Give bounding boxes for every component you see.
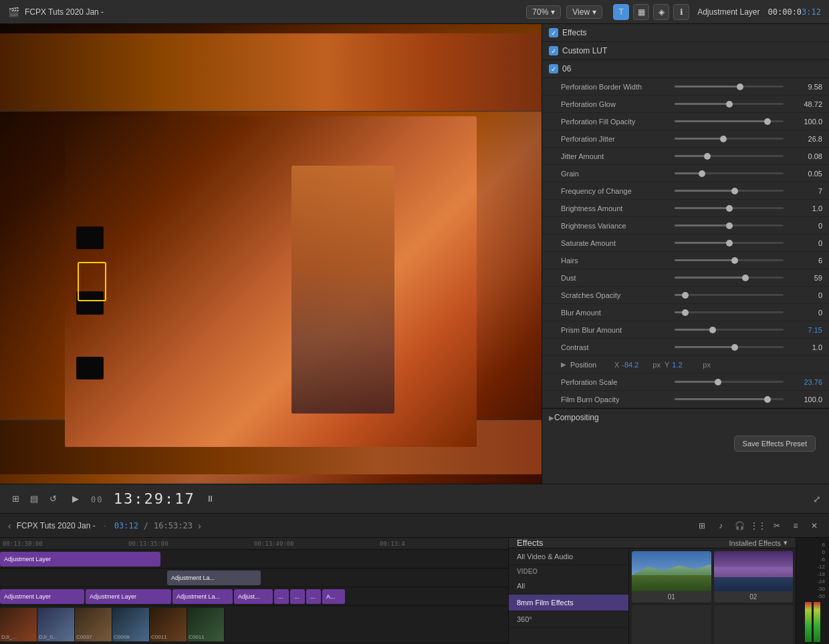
thumb-dji2[interactable]: DJI_0...: [37, 608, 75, 641]
param-slider-13[interactable]: [675, 311, 784, 313]
timeline-icon[interactable]: ▤: [27, 492, 41, 506]
project-title: FCPX Tuts 2020 Jan -: [25, 7, 104, 17]
effect-thumb-04[interactable]: 04: [714, 605, 794, 644]
lut-number-checkbox[interactable]: ✓: [549, 64, 558, 73]
perforation-scale-row: Perforation Scale 23.76: [542, 373, 829, 391]
info-inspector-icon[interactable]: ℹ: [673, 4, 689, 20]
timeline-current-time: 03:12: [114, 521, 138, 530]
layout-icon[interactable]: ⊞: [8, 492, 23, 506]
param-value-0: 9.58: [790, 83, 822, 91]
effects-categories: All Video & Audio VIDEO All 8mm Film Eff…: [509, 548, 629, 644]
zoom-button[interactable]: 70% ▾: [526, 5, 561, 19]
param-slider-15[interactable]: [675, 346, 784, 348]
clip-al-3-7[interactable]: ...: [306, 589, 321, 604]
film-background: [0, 24, 542, 484]
clip-appearance-icon[interactable]: ⊞: [695, 519, 709, 532]
custom-lut-checkbox[interactable]: ✓: [549, 46, 558, 55]
thumb-c0008[interactable]: C0008: [112, 608, 150, 641]
close-timeline-icon[interactable]: ✕: [808, 519, 821, 532]
param-slider-11[interactable]: [675, 277, 784, 279]
timeline-next-arrow[interactable]: ›: [198, 520, 201, 531]
clip-adjustment-la[interactable]: Adjustment La...: [167, 571, 261, 585]
view-options-icon[interactable]: ⋮⋮: [751, 519, 765, 532]
thumb-dji1[interactable]: DJI_...: [0, 608, 37, 641]
meter-label-neg12: -12: [800, 564, 825, 570]
clip-adjustment-layer-1[interactable]: Adjustment Layer: [0, 552, 160, 567]
cat-8mm-film[interactable]: 8mm Film Effects: [509, 595, 628, 611]
clip-al-3-4[interactable]: Adjust...: [234, 589, 273, 604]
audio-meter: 6 0 -6 -12 -18 -24 -30 -50 L R: [796, 538, 829, 644]
color-inspector-icon[interactable]: ◈: [653, 4, 669, 20]
clip-al-3-1[interactable]: Adjustment Layer: [0, 589, 84, 604]
param-slider-5[interactable]: [675, 172, 784, 174]
blade-icon[interactable]: ✂: [770, 519, 784, 532]
film-burn-slider[interactable]: [675, 398, 784, 400]
param-slider-4[interactable]: [675, 155, 784, 157]
clip-al-3-3[interactable]: Adjustment La...: [172, 589, 233, 604]
effects-checkbox[interactable]: ✓: [549, 28, 558, 37]
index-icon[interactable]: ≡: [789, 519, 802, 532]
param-slider-0[interactable]: [675, 86, 784, 88]
perf-hole-1: [76, 226, 104, 249]
position-expand-icon[interactable]: ▶: [561, 361, 566, 368]
timeline-prev-arrow[interactable]: ‹: [8, 520, 11, 531]
param-slider-7[interactable]: [675, 207, 784, 209]
film-perforations: [74, 198, 106, 407]
effect-thumb-01[interactable]: 01: [632, 551, 711, 603]
video-inspector-icon[interactable]: ▦: [633, 4, 649, 20]
headphones-icon[interactable]: 🎧: [733, 519, 746, 532]
param-slider-2[interactable]: [675, 120, 784, 122]
meter-label-neg24: -24: [800, 579, 825, 585]
param-value-6: 7: [790, 187, 822, 195]
param-label-12: Scratches Opacity: [561, 291, 668, 299]
param-slider-1[interactable]: [675, 103, 784, 105]
thumb-c0011-2[interactable]: C0011: [187, 608, 225, 641]
playback-bar: ⊞ ▤ ↺ ▶ 00 13:29:17 ⏸ ⤢: [0, 484, 829, 514]
perf-scale-slider[interactable]: [675, 381, 784, 383]
param-value-4: 0.08: [790, 152, 822, 160]
param-slider-14[interactable]: [675, 329, 784, 331]
cat-360[interactable]: 360°: [509, 611, 628, 628]
view-button[interactable]: View ▾: [566, 5, 602, 19]
param-slider-6[interactable]: [675, 190, 784, 192]
param-slider-12[interactable]: [675, 294, 784, 296]
param-row-6: Frequency of Change 7: [542, 182, 829, 200]
lut-number: 06: [562, 64, 571, 73]
param-slider-10[interactable]: [675, 259, 784, 261]
param-row-15: Contrast 1.0: [542, 339, 829, 356]
speed-icon[interactable]: ↺: [45, 492, 60, 506]
top-bar: 🎬 FCPX Tuts 2020 Jan - 70% ▾ View ▾ T ▦ …: [0, 0, 829, 24]
save-preset-button[interactable]: Save Effects Preset: [734, 436, 816, 452]
perf-scale-value: 23.76: [790, 378, 822, 386]
clip-al-3-5[interactable]: ...: [274, 589, 289, 604]
pause-button[interactable]: ⏸: [203, 492, 218, 506]
effect-thumb-02[interactable]: 02: [714, 551, 794, 603]
param-row-14: Prism Blur Amount 7.15: [542, 321, 829, 339]
play-button[interactable]: ▶: [68, 492, 83, 506]
thumb-c0037[interactable]: C0037: [75, 608, 112, 641]
cat-all[interactable]: All: [509, 578, 628, 595]
compositing-expand-icon[interactable]: ▶: [549, 414, 554, 422]
clip-al-3-8[interactable]: A...: [322, 589, 345, 604]
ruler-mark-3: 00:13:40:00: [254, 540, 380, 547]
param-slider-3[interactable]: [675, 138, 784, 140]
fullscreen-icon[interactable]: ⤢: [813, 494, 821, 504]
param-slider-9[interactable]: [675, 242, 784, 244]
bottom-section: ⊞ ▤ ↺ ▶ 00 13:29:17 ⏸ ⤢ ‹ FCPX Tuts 2020…: [0, 484, 829, 644]
effect-thumb-03[interactable]: 03: [632, 605, 711, 644]
param-slider-8[interactable]: [675, 224, 784, 226]
track-row-2: Adjustment La...: [0, 569, 508, 587]
thumb-c0011-1[interactable]: C0011: [150, 608, 187, 641]
position-x: X -84.2 px: [614, 361, 661, 369]
cat-all-video-audio[interactable]: All Video & Audio: [509, 548, 628, 565]
param-value-14: 7.15: [790, 326, 822, 334]
inspector-title: Adjustment Layer: [697, 7, 759, 17]
clip-al-3-2[interactable]: Adjustment Layer: [86, 589, 171, 604]
audio-icon[interactable]: ♪: [714, 519, 727, 532]
clip-al-3-6[interactable]: ...: [290, 589, 305, 604]
meter-label-neg6: -6: [800, 556, 825, 562]
text-inspector-icon[interactable]: T: [613, 4, 629, 20]
param-label-5: Grain: [561, 170, 668, 178]
playback-right-icons: ⤢: [813, 494, 821, 504]
installed-dropdown-icon[interactable]: ▾: [784, 538, 788, 547]
